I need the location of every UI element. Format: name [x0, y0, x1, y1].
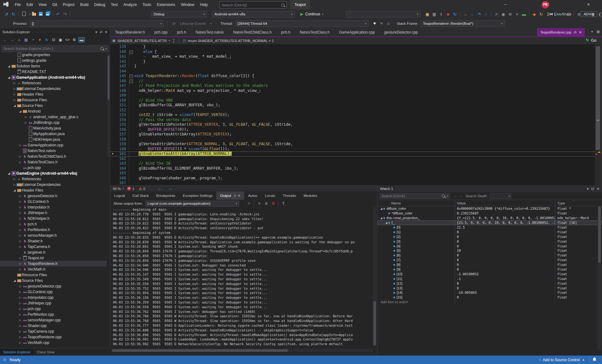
tree-arrow-icon[interactable]: ▷ — [18, 256, 22, 260]
expand-icon[interactable]: ◢ — [379, 217, 383, 219]
watch-row[interactable]: ◆[7]0float — [378, 258, 602, 262]
tree-item[interactable]: MyApplication.java — [0, 131, 107, 137]
fold-margin[interactable] — [129, 142, 134, 147]
solution-platform-dropdown[interactable]: Android-arm64-v8a▾ — [212, 11, 295, 18]
watch-value-cell[interactable]: 0 — [455, 262, 555, 267]
fold-margin[interactable] — [129, 64, 134, 69]
tree-item[interactable]: ▷++GameApplication.cpp — [0, 142, 107, 148]
immediate-icon[interactable]: ≡ — [514, 12, 520, 17]
navigate-back-icon[interactable]: ← — [158, 186, 162, 191]
watch-row[interactable]: ◆*diffuse_color0.239215687float — [378, 211, 602, 216]
close-icon[interactable]: ✕ — [238, 194, 240, 198]
nav-back-icon[interactable]: ↺ — [3, 12, 10, 17]
watch-value-cell[interactable]: 0x0000007a342c3000 {*diffuse_color=0.239… — [455, 206, 555, 211]
watch-row[interactable]: ◆[13]0float — [378, 286, 602, 290]
fold-margin[interactable] — [129, 118, 134, 123]
fold-margin[interactable]: – — [129, 50, 134, 55]
tree-item[interactable]: htargetver.h — [0, 250, 107, 255]
caret[interactable]: ▾ — [37, 38, 43, 42]
watch-row[interactable]: ◆[0]21.5float — [378, 225, 602, 230]
watch-value-cell[interactable]: -10.005003 — [455, 290, 555, 295]
fold-margin[interactable] — [129, 54, 134, 59]
tree-arrow-icon[interactable]: ▷ — [13, 183, 17, 186]
tab-list-caret-icon[interactable]: ▾ — [591, 30, 593, 33]
tab-gesturedetector-cpp[interactable]: gestureDetector.cpp — [379, 28, 422, 36]
fold-margin[interactable] — [129, 98, 134, 103]
watch-name-cell[interactable]: ◆[7] — [378, 258, 455, 262]
breakpoint-margin[interactable] — [110, 83, 117, 88]
thread-dropdown[interactable]: [28444] Thread-64▾ — [235, 20, 369, 27]
watch-value-cell[interactable]: 0 — [455, 229, 555, 234]
watch-row[interactable]: ◆[8]0float — [378, 262, 602, 267]
breakpoint-margin[interactable] — [110, 132, 117, 137]
tree-item[interactable]: ◢Android — [0, 108, 107, 114]
watch-value-cell[interactable]: -1.00100052 — [455, 272, 555, 276]
break-all-icon[interactable]: ‖ — [438, 12, 444, 17]
code-line[interactable]: 152 — [110, 108, 595, 113]
add-to-source-control-button[interactable]: ↑ Add to Source Control ▲ — [539, 358, 587, 362]
step-over-icon[interactable]: ↷ — [476, 12, 482, 17]
process-dropdown[interactable]: []▾ — [30, 20, 164, 27]
watch-row[interactable]: ◆[11]-1float — [378, 276, 602, 281]
tree-arrow-icon[interactable]: ▷ — [18, 302, 22, 305]
code-line[interactable]: 143} — [110, 64, 595, 69]
fold-margin[interactable] — [129, 156, 134, 161]
continue-button[interactable]: ▶ Continue ▾ — [300, 12, 323, 16]
watch-value-cell[interactable]: 0 — [455, 253, 555, 258]
tree-item[interactable]: ▷hShader.h — [0, 238, 107, 244]
word-wrap-icon[interactable]: ¶ — [280, 201, 287, 206]
fold-margin[interactable] — [129, 171, 134, 176]
menu-tools[interactable]: Tools — [140, 0, 154, 9]
live-share-button[interactable]: ⧓ Live Share — [549, 12, 572, 16]
watch-search-input[interactable]: Search (Ctrl+E) ▾ — [379, 193, 450, 199]
watch-name-cell[interactable]: ◆[13] — [378, 286, 455, 290]
tree-item[interactable]: NatvisTest.natvis — [0, 148, 107, 154]
tree-arrow-icon[interactable]: ▷ — [24, 121, 28, 124]
code-line[interactable]: 147 // Feed Projection and Model View ma… — [110, 83, 595, 88]
tree-arrow-icon[interactable]: ▷ — [18, 335, 22, 339]
tree-arrow-icon[interactable]: ▷ — [13, 87, 17, 90]
tree-arrow-icon[interactable]: ▷ — [18, 313, 22, 316]
tree-arrow-icon[interactable]: ◢ — [7, 65, 11, 68]
prev-bookmark-icon[interactable]: ❮ — [597, 12, 602, 17]
tree-item[interactable]: MainActivity.java — [0, 125, 107, 131]
notifications-bell-icon[interactable] — [593, 357, 596, 362]
bottom-tab-solution-explorer[interactable]: Solution Explorer — [0, 348, 34, 356]
solution-config-dropdown[interactable]: Debug▾ — [151, 11, 207, 18]
goto-prev-message-icon[interactable]: ≡ — [256, 201, 262, 206]
tree-item[interactable]: ▷External Dependencies — [0, 86, 107, 92]
watch-name-cell[interactable]: ◆[6] — [378, 253, 455, 258]
tree-arrow-icon[interactable]: ▷ — [18, 223, 22, 226]
tree-item[interactable]: ▷hgestureDetector.h — [0, 193, 107, 199]
tree-item[interactable]: ▷hNatvisTestClass.h — [0, 159, 107, 165]
tree-item[interactable]: ▷External Dependencies — [0, 182, 107, 187]
tree-arrow-icon[interactable]: ▷ — [18, 155, 22, 158]
watch-value-cell[interactable]: 0 — [455, 281, 555, 286]
breakpoint-margin[interactable] — [110, 176, 117, 181]
code-line[interactable]: 167 — [110, 181, 595, 186]
watch-row[interactable]: ◆[3]0float — [378, 239, 602, 244]
background-tasks-icon[interactable]: ⚐ — [3, 358, 7, 362]
breakpoint-margin[interactable] — [110, 156, 117, 161]
watch-name-cell[interactable]: ◆[5] — [378, 248, 455, 253]
error-count[interactable]: 1 — [132, 187, 134, 191]
tree-item[interactable]: ▷hNatvisTestChildClass.h — [0, 154, 107, 159]
watch-name-cell[interactable]: ◆[15] — [378, 295, 455, 300]
watch-name-cell[interactable]: ◆[3] — [378, 239, 455, 244]
fold-margin[interactable] — [129, 103, 134, 108]
menu-window[interactable]: Window — [178, 0, 197, 9]
watch-row[interactable]: ◢◆f_{21.5, 0, 0, 0, 0, 10, 0, 0, 0, 0, -… — [378, 220, 602, 225]
tree-item[interactable]: ▷Header Files — [0, 92, 107, 97]
code-line[interactable]: 146– // — [110, 79, 595, 84]
breakpoint-margin[interactable] — [110, 74, 117, 79]
code-line[interactable]: 141 → mat_view_ = mat_view_ * mat_model_… — [110, 54, 595, 59]
go-refresh-icon[interactable]: ↻ — [586, 38, 589, 42]
view-code-icon[interactable]: <> — [65, 38, 70, 42]
output-tab-locals[interactable]: Locals — [261, 192, 279, 200]
tree-arrow-icon[interactable]: ▷ — [18, 234, 22, 237]
panel-menu-icon[interactable]: ▾ — [95, 30, 97, 34]
green-folder-icon[interactable]: ▬ — [521, 12, 527, 17]
output-tab-autos[interactable]: Autos — [244, 192, 261, 200]
breakpoint-margin[interactable] — [110, 171, 117, 176]
tree-item[interactable]: ◢Solution Items — [0, 63, 107, 69]
